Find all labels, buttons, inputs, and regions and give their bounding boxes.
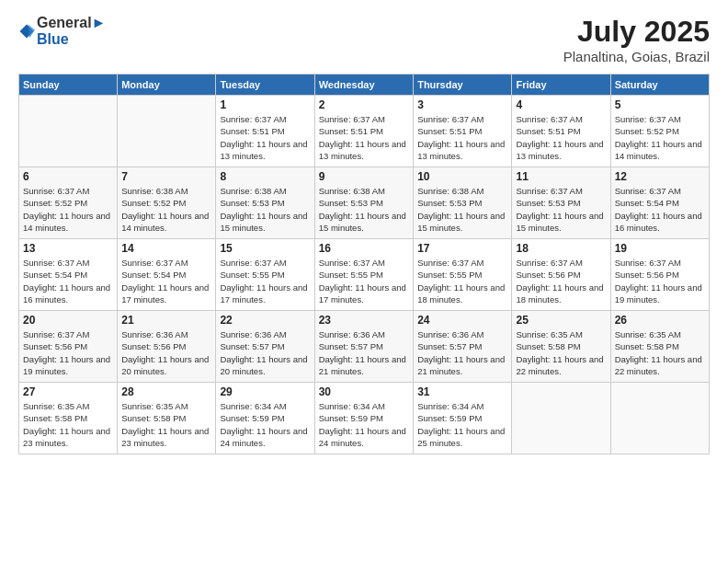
calendar-cell: 20Sunrise: 6:37 AMSunset: 5:56 PMDayligh…	[19, 311, 118, 383]
day-number: 18	[516, 242, 606, 255]
day-number: 8	[220, 170, 310, 183]
col-thursday: Thursday	[414, 75, 512, 96]
calendar-week-row: 20Sunrise: 6:37 AMSunset: 5:56 PMDayligh…	[19, 311, 710, 383]
day-number: 7	[121, 170, 211, 183]
calendar-cell	[118, 96, 216, 167]
calendar-cell: 3Sunrise: 6:37 AMSunset: 5:51 PMDaylight…	[414, 96, 512, 167]
page: General► Blue July 2025 Planaltina, Goia…	[0, 0, 728, 563]
day-number: 13	[23, 242, 113, 255]
day-info: Sunrise: 6:37 AMSunset: 5:55 PMDaylight:…	[319, 257, 409, 305]
calendar-cell: 8Sunrise: 6:38 AMSunset: 5:53 PMDaylight…	[216, 167, 314, 239]
calendar-cell: 5Sunrise: 6:37 AMSunset: 5:52 PMDaylight…	[610, 96, 709, 167]
day-info: Sunrise: 6:34 AMSunset: 5:59 PMDaylight:…	[319, 400, 409, 449]
month-title: July 2025	[563, 15, 710, 49]
day-info: Sunrise: 6:37 AMSunset: 5:51 PMDaylight:…	[417, 113, 507, 162]
col-wednesday: Wednesday	[314, 75, 413, 96]
col-sunday: Sunday	[19, 75, 118, 96]
calendar-cell: 10Sunrise: 6:38 AMSunset: 5:53 PMDayligh…	[414, 167, 512, 239]
day-number: 12	[615, 170, 705, 183]
day-number: 1	[220, 98, 310, 111]
day-info: Sunrise: 6:37 AMSunset: 5:51 PMDaylight:…	[319, 113, 409, 162]
day-number: 16	[319, 242, 409, 255]
col-friday: Friday	[512, 75, 610, 96]
calendar-cell: 15Sunrise: 6:37 AMSunset: 5:55 PMDayligh…	[216, 239, 314, 311]
day-info: Sunrise: 6:37 AMSunset: 5:56 PMDaylight:…	[23, 328, 113, 377]
calendar-cell: 9Sunrise: 6:38 AMSunset: 5:53 PMDaylight…	[314, 167, 413, 239]
logo-icon	[18, 23, 35, 40]
col-tuesday: Tuesday	[216, 75, 314, 96]
day-info: Sunrise: 6:37 AMSunset: 5:54 PMDaylight:…	[23, 257, 113, 305]
day-number: 26	[615, 314, 705, 327]
calendar-cell: 11Sunrise: 6:37 AMSunset: 5:53 PMDayligh…	[512, 167, 610, 239]
day-info: Sunrise: 6:37 AMSunset: 5:52 PMDaylight:…	[23, 185, 113, 234]
day-info: Sunrise: 6:37 AMSunset: 5:55 PMDaylight:…	[220, 257, 310, 305]
calendar-cell: 28Sunrise: 6:35 AMSunset: 5:58 PMDayligh…	[118, 383, 216, 454]
calendar-cell: 18Sunrise: 6:37 AMSunset: 5:56 PMDayligh…	[512, 239, 610, 311]
day-number: 5	[615, 98, 705, 111]
calendar-cell: 1Sunrise: 6:37 AMSunset: 5:51 PMDaylight…	[216, 96, 314, 167]
calendar-cell: 19Sunrise: 6:37 AMSunset: 5:56 PMDayligh…	[610, 239, 709, 311]
calendar-cell: 23Sunrise: 6:36 AMSunset: 5:57 PMDayligh…	[314, 311, 413, 383]
day-info: Sunrise: 6:36 AMSunset: 5:57 PMDaylight:…	[417, 328, 507, 377]
day-info: Sunrise: 6:37 AMSunset: 5:51 PMDaylight:…	[220, 113, 310, 162]
day-number: 25	[516, 314, 606, 327]
day-number: 19	[615, 242, 705, 255]
day-number: 2	[319, 98, 409, 111]
day-info: Sunrise: 6:37 AMSunset: 5:54 PMDaylight:…	[615, 185, 705, 234]
day-info: Sunrise: 6:35 AMSunset: 5:58 PMDaylight:…	[516, 328, 606, 377]
day-number: 22	[220, 314, 310, 327]
calendar-cell: 30Sunrise: 6:34 AMSunset: 5:59 PMDayligh…	[314, 383, 413, 454]
day-info: Sunrise: 6:37 AMSunset: 5:54 PMDaylight:…	[121, 257, 211, 305]
day-info: Sunrise: 6:37 AMSunset: 5:56 PMDaylight:…	[615, 257, 705, 305]
calendar-cell: 31Sunrise: 6:34 AMSunset: 5:59 PMDayligh…	[414, 383, 512, 454]
calendar-cell: 17Sunrise: 6:37 AMSunset: 5:55 PMDayligh…	[414, 239, 512, 311]
day-number: 21	[121, 314, 211, 327]
svg-marker-1	[28, 24, 36, 38]
calendar-cell: 16Sunrise: 6:37 AMSunset: 5:55 PMDayligh…	[314, 239, 413, 311]
day-number: 17	[417, 242, 507, 255]
calendar-week-row: 13Sunrise: 6:37 AMSunset: 5:54 PMDayligh…	[19, 239, 710, 311]
calendar-header-row: Sunday Monday Tuesday Wednesday Thursday…	[19, 75, 710, 96]
calendar-cell: 21Sunrise: 6:36 AMSunset: 5:56 PMDayligh…	[118, 311, 216, 383]
day-number: 3	[417, 98, 507, 111]
calendar-table: Sunday Monday Tuesday Wednesday Thursday…	[18, 74, 710, 454]
logo-text: General► Blue	[37, 15, 106, 47]
calendar-cell: 6Sunrise: 6:37 AMSunset: 5:52 PMDaylight…	[19, 167, 118, 239]
day-info: Sunrise: 6:36 AMSunset: 5:56 PMDaylight:…	[121, 328, 211, 377]
day-info: Sunrise: 6:34 AMSunset: 5:59 PMDaylight:…	[417, 400, 507, 449]
calendar-cell	[19, 96, 118, 167]
day-number: 10	[417, 170, 507, 183]
day-number: 27	[23, 385, 113, 398]
day-number: 24	[417, 314, 507, 327]
day-info: Sunrise: 6:38 AMSunset: 5:53 PMDaylight:…	[220, 185, 310, 234]
day-info: Sunrise: 6:35 AMSunset: 5:58 PMDaylight:…	[121, 400, 211, 449]
day-number: 11	[516, 170, 606, 183]
calendar-cell: 22Sunrise: 6:36 AMSunset: 5:57 PMDayligh…	[216, 311, 314, 383]
calendar-cell	[512, 383, 610, 454]
calendar-cell: 12Sunrise: 6:37 AMSunset: 5:54 PMDayligh…	[610, 167, 709, 239]
day-number: 29	[220, 385, 310, 398]
calendar-cell: 7Sunrise: 6:38 AMSunset: 5:52 PMDaylight…	[118, 167, 216, 239]
day-number: 30	[319, 385, 409, 398]
day-info: Sunrise: 6:34 AMSunset: 5:59 PMDaylight:…	[220, 400, 310, 449]
day-number: 20	[23, 314, 113, 327]
calendar-cell: 4Sunrise: 6:37 AMSunset: 5:51 PMDaylight…	[512, 96, 610, 167]
day-info: Sunrise: 6:36 AMSunset: 5:57 PMDaylight:…	[220, 328, 310, 377]
calendar-cell	[610, 383, 709, 454]
day-info: Sunrise: 6:35 AMSunset: 5:58 PMDaylight:…	[615, 328, 705, 377]
title-block: July 2025 Planaltina, Goias, Brazil	[563, 15, 710, 64]
calendar-cell: 27Sunrise: 6:35 AMSunset: 5:58 PMDayligh…	[19, 383, 118, 454]
day-number: 6	[23, 170, 113, 183]
calendar-cell: 24Sunrise: 6:36 AMSunset: 5:57 PMDayligh…	[414, 311, 512, 383]
col-saturday: Saturday	[610, 75, 709, 96]
day-info: Sunrise: 6:35 AMSunset: 5:58 PMDaylight:…	[23, 400, 113, 449]
day-number: 15	[220, 242, 310, 255]
calendar-week-row: 27Sunrise: 6:35 AMSunset: 5:58 PMDayligh…	[19, 383, 710, 454]
day-info: Sunrise: 6:37 AMSunset: 5:51 PMDaylight:…	[516, 113, 606, 162]
day-info: Sunrise: 6:38 AMSunset: 5:53 PMDaylight:…	[417, 185, 507, 234]
day-info: Sunrise: 6:37 AMSunset: 5:56 PMDaylight:…	[516, 257, 606, 305]
calendar-week-row: 1Sunrise: 6:37 AMSunset: 5:51 PMDaylight…	[19, 96, 710, 167]
day-info: Sunrise: 6:38 AMSunset: 5:52 PMDaylight:…	[121, 185, 211, 234]
day-info: Sunrise: 6:36 AMSunset: 5:57 PMDaylight:…	[319, 328, 409, 377]
day-info: Sunrise: 6:37 AMSunset: 5:52 PMDaylight:…	[615, 113, 705, 162]
